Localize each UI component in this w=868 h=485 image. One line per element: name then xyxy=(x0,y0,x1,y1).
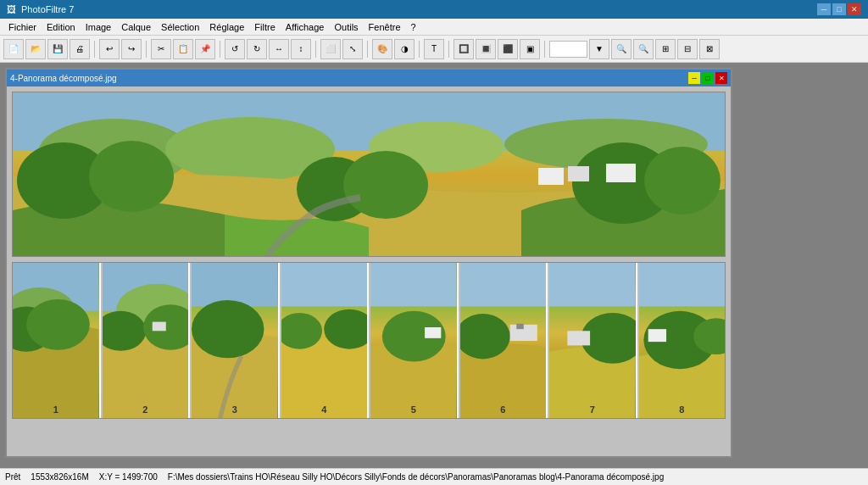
crop-button[interactable]: ⬜ xyxy=(320,39,341,59)
svg-rect-35 xyxy=(549,263,636,306)
canvas-area: 4-Panorama décomposé.jpg ─ □ ✕ xyxy=(0,63,868,468)
open-button[interactable]: 📂 xyxy=(25,39,46,59)
thumb-number-1: 1 xyxy=(53,404,58,415)
svg-rect-33 xyxy=(509,325,537,341)
thumbnail-8: 8 xyxy=(639,263,726,418)
thumbnail-4: 4 xyxy=(281,263,370,418)
svg-rect-30 xyxy=(425,327,441,338)
zoom-out-button[interactable]: 🔍 xyxy=(633,39,654,59)
menu-affichage[interactable]: Affichage xyxy=(281,20,330,34)
main-area: 4-Panorama décomposé.jpg ─ □ ✕ xyxy=(0,63,868,468)
status-coordinates: X:Y = 1499:700 xyxy=(99,472,158,482)
text-button[interactable]: T xyxy=(424,39,444,59)
menu-selection[interactable]: Sélection xyxy=(156,20,204,34)
menu-calque[interactable]: Calque xyxy=(116,20,156,34)
svg-rect-34 xyxy=(516,324,524,329)
filter-button[interactable]: 🔳 xyxy=(476,39,496,59)
resize-button[interactable]: ⤡ xyxy=(342,39,363,59)
svg-rect-12 xyxy=(568,166,589,181)
new-button[interactable]: 📄 xyxy=(3,39,24,59)
paste-button[interactable]: 📌 xyxy=(195,39,215,59)
copy-button[interactable]: 📋 xyxy=(173,39,193,59)
restore-button[interactable]: □ xyxy=(832,3,846,15)
separator-1 xyxy=(94,41,95,58)
close-button[interactable]: ✕ xyxy=(848,3,861,15)
thumb-number-5: 5 xyxy=(411,404,416,415)
separator-2 xyxy=(146,41,147,58)
svg-rect-41 xyxy=(648,329,665,342)
tool4-button[interactable]: ▣ xyxy=(520,39,540,59)
svg-rect-28 xyxy=(370,263,457,306)
bottom-thumbnails-row: 1 2 xyxy=(12,262,726,419)
menu-image[interactable]: Image xyxy=(81,20,117,34)
svg-rect-23 xyxy=(192,263,278,306)
svg-rect-11 xyxy=(538,168,564,185)
zoom-dropdown-button[interactable]: ▼ xyxy=(589,39,609,59)
color-button[interactable]: 🎨 xyxy=(372,39,392,59)
zoom-box: 68% ▼ 🔍 🔍 xyxy=(549,39,654,59)
thumb-number-2: 2 xyxy=(142,404,147,415)
save-button[interactable]: 💾 xyxy=(47,39,68,59)
flip-v-button[interactable]: ↕ xyxy=(291,39,311,59)
thumbnail-2: 2 xyxy=(103,263,191,418)
thumb-number-4: 4 xyxy=(321,404,326,415)
status-path: F:\Mes dossiers\Trains HO\Réseau Silly H… xyxy=(168,472,863,482)
toolbar: 📄 📂 💾 🖨 ↩ ↪ ✂ 📋 📌 ↺ ↻ ↔ ↕ ⬜ ⤡ 🎨 ◑ T 🔲 🔳 … xyxy=(0,36,868,63)
thumbnail-6: 6 xyxy=(460,263,548,418)
cut-button[interactable]: ✂ xyxy=(151,39,171,59)
thumb-number-6: 6 xyxy=(500,404,505,415)
separator-3 xyxy=(220,41,220,58)
separator-6 xyxy=(419,41,420,58)
status-dimensions: 1553x826x16M xyxy=(31,472,88,482)
print-button[interactable]: 🖨 xyxy=(70,39,90,59)
menu-filtre[interactable]: Filtre xyxy=(249,20,280,34)
doc-minimize-button[interactable]: ─ xyxy=(688,72,700,84)
separator-7 xyxy=(448,41,449,58)
zoom-input[interactable]: 68% xyxy=(549,41,587,58)
menu-fenetre[interactable]: Fenêtre xyxy=(364,20,406,34)
app-icon: 🖼 xyxy=(7,4,16,14)
svg-rect-37 xyxy=(567,331,590,345)
status-bar: Prêt 1553x826x16M X:Y = 1499:700 F:\Mes … xyxy=(0,468,868,485)
status-ready: Prêt xyxy=(5,472,20,482)
menu-help[interactable]: ? xyxy=(406,20,421,34)
top-panorama-image xyxy=(12,92,726,257)
thumbnail-3: 3 xyxy=(192,263,280,418)
contrast-button[interactable]: ◑ xyxy=(394,39,415,59)
view-full-button[interactable]: ⊟ xyxy=(677,39,698,59)
menu-edition[interactable]: Edition xyxy=(42,20,81,34)
panorama-svg xyxy=(13,92,725,256)
menu-outils[interactable]: Outils xyxy=(329,20,363,34)
menu-reglage[interactable]: Réglage xyxy=(204,20,249,34)
tool3-button[interactable]: ⬛ xyxy=(498,39,518,59)
thumbnail-1: 1 xyxy=(13,263,101,418)
doc-title: 4-Panorama décomposé.jpg xyxy=(10,74,117,83)
thumb-number-7: 7 xyxy=(590,404,595,415)
svg-rect-13 xyxy=(606,164,636,182)
minimize-button[interactable]: ─ xyxy=(817,3,831,15)
separator-5 xyxy=(367,41,368,58)
zoom-in-button[interactable]: 🔍 xyxy=(611,39,632,59)
doc-close-button[interactable]: ✕ xyxy=(715,72,727,84)
doc-restore-button[interactable]: □ xyxy=(702,72,714,84)
svg-point-6 xyxy=(89,141,174,212)
svg-rect-22 xyxy=(152,322,165,332)
view-fit-button[interactable]: ⊞ xyxy=(655,39,676,59)
stamp-button[interactable]: 🔲 xyxy=(453,39,474,59)
redo-button[interactable]: ↪ xyxy=(121,39,142,59)
rotate-left-button[interactable]: ↺ xyxy=(225,39,245,59)
window-controls: ─ □ ✕ xyxy=(817,3,861,15)
rotate-right-button[interactable]: ↻ xyxy=(247,39,267,59)
menu-fichier[interactable]: Fichier xyxy=(3,20,42,34)
flip-h-button[interactable]: ↔ xyxy=(269,39,289,59)
svg-rect-25 xyxy=(281,263,368,306)
app-title: PhotoFiltre 7 xyxy=(21,4,74,14)
svg-point-8 xyxy=(343,151,428,219)
doc-controls: ─ □ ✕ xyxy=(688,72,727,84)
thumb-number-3: 3 xyxy=(232,404,237,415)
separator-8 xyxy=(544,41,545,58)
undo-button[interactable]: ↩ xyxy=(99,39,120,59)
svg-point-24 xyxy=(192,300,264,358)
view-actual-button[interactable]: ⊠ xyxy=(699,39,720,59)
doc-content: 1 2 xyxy=(7,86,731,460)
